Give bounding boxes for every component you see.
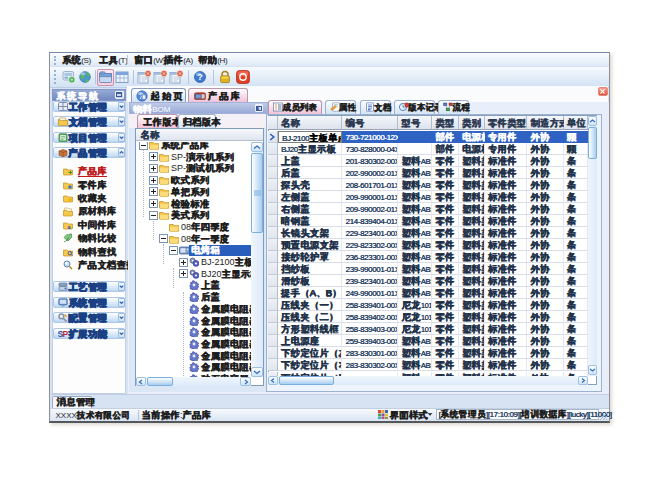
- svg-text:?: ?: [197, 72, 203, 82]
- svg-text:P: P: [62, 329, 68, 338]
